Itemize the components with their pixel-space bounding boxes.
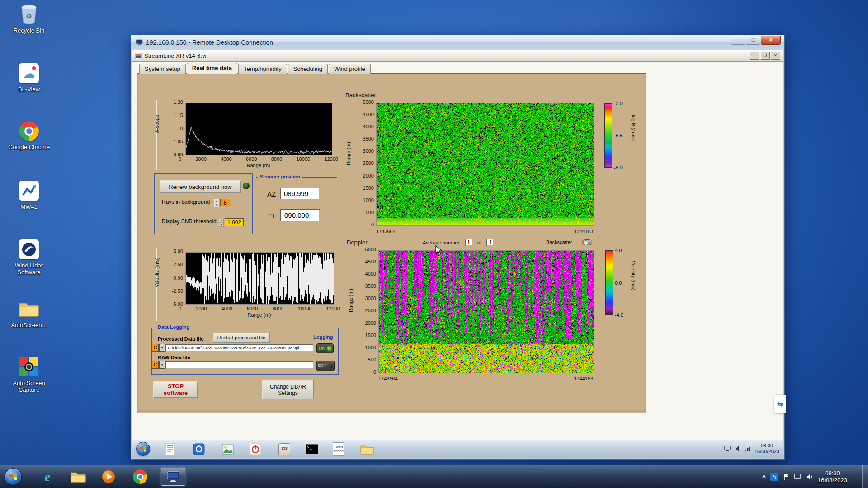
remote-tray-volume-icon[interactable] [735, 446, 741, 452]
remote-tray-display-icon[interactable] [724, 446, 731, 452]
processed-path-field[interactable]: C:\Lidar\Data\Proc\2023\202308\20230816\… [165, 344, 314, 352]
rdp-window: 192.168.0.150 - Remote Desktop Connectio… [131, 35, 785, 460]
taskbar-explorer-icon[interactable] [69, 468, 88, 486]
a-scope-plot [185, 103, 332, 155]
rdp-computer-icon [136, 39, 143, 46]
show-desktop-button[interactable] [862, 465, 868, 488]
processed-data-file-label: Processed Data file [158, 336, 204, 342]
rdp-close-button[interactable]: ✕ [761, 36, 781, 45]
restart-processed-file-button[interactable]: Restart processed file [213, 333, 270, 343]
taskbar-rdp-button[interactable] [161, 468, 185, 486]
rdp-maximize-button[interactable]: □ [746, 36, 760, 45]
processed-browse-button[interactable]: ▾ [159, 344, 165, 352]
tray-expand-arrow[interactable]: ^ [762, 474, 766, 480]
desktop-icon-label: Auto Screen Capture [4, 380, 54, 393]
snr-spinner[interactable]: ▲▼ [219, 219, 224, 227]
remote-tray-network-icon[interactable] [745, 446, 751, 452]
backscatter-colorbar [604, 103, 612, 168]
rays-value[interactable]: 8 [220, 199, 230, 206]
renew-background-button[interactable]: Renew background now [160, 180, 241, 193]
labview-minimize-button[interactable]: ─ [750, 52, 760, 60]
desktop-icon-wind-lidar[interactable]: Wind Lidar Software [4, 239, 54, 276]
rdp-titlebar[interactable]: 192.168.0.150 - Remote Desktop Connectio… [131, 35, 784, 50]
background-status-led [243, 183, 250, 189]
wind-lidar-icon [17, 239, 41, 260]
tray-flag-icon[interactable] [783, 473, 789, 480]
a-scope-y-axis-label: A-scope [154, 115, 160, 133]
tab-system-setup[interactable]: System setup [139, 64, 186, 74]
remote-taskbar-image-viewer-icon[interactable] [220, 441, 236, 456]
remote-taskbar-power-icon[interactable] [248, 441, 263, 456]
processed-drive-box[interactable]: C [152, 344, 159, 352]
logging-label: Logging [313, 334, 333, 340]
backscatter-heatmap [376, 103, 594, 226]
remote-taskbar-console-icon[interactable]: >_ [304, 441, 320, 456]
taskbar-clock[interactable]: 08:30 16/08/2023 [818, 470, 847, 483]
desktop-icon-auto-screen-capture[interactable]: Auto Screen Capture [4, 356, 54, 393]
a-scope-x-axis-label: Range (m) [185, 163, 331, 168]
remote-system-tray: 08:30 16/08/2023 [724, 440, 779, 458]
az-label: AZ [267, 190, 276, 198]
average-number-input[interactable]: 1 [465, 239, 472, 246]
taskbar-chrome-icon[interactable] [131, 468, 150, 486]
chrome-icon [17, 120, 41, 142]
desktop-icon-autoscreen-folder[interactable]: AutoScreen... [4, 298, 54, 328]
remote-clock[interactable]: 08:30 16/08/2023 [755, 443, 779, 455]
desktop-icon-google-chrome[interactable]: Google Chrome [4, 120, 54, 150]
desktop-icon-bl-view[interactable]: ☁ BL-View [4, 62, 54, 93]
doppler-heatmap [378, 250, 594, 373]
average-total-input[interactable]: 1 [486, 239, 494, 246]
real-time-data-page: A-scope 1.201.151.101.050.99 02000400060… [137, 73, 646, 413]
desktop-icon-label: Recycle Bin [14, 27, 45, 34]
tray-network-icon[interactable] [794, 474, 802, 480]
doppler-colorbar-label: Velocity (m/s) [631, 261, 636, 291]
remote-taskbar-folder-icon[interactable] [359, 441, 375, 456]
snr-value[interactable]: 1.002 [225, 218, 244, 226]
remote-taskbar-wordpad-icon[interactable] [162, 441, 178, 456]
tab-real-time-data[interactable]: Real time data [187, 63, 237, 74]
mouse-cursor [435, 245, 443, 255]
velocity-y-ticks: 5.002.500.00-2.50-5.00 [162, 249, 183, 307]
taskbar-ie-icon[interactable]: e [38, 468, 57, 486]
remote-control-side-tab[interactable]: ⇆ [774, 395, 786, 413]
desktop-icon-label: BL-View [18, 86, 40, 93]
remote-taskbar: XR >_ Scansched 0 [132, 439, 783, 458]
start-button[interactable] [5, 468, 22, 485]
tray-volume-icon[interactable] [807, 474, 813, 480]
desktop-icon-label: Google Chrome [8, 144, 50, 150]
rdp-minimize-button[interactable]: ─ [731, 36, 745, 45]
raw-data-file-label: RAW Data file [158, 355, 190, 360]
desktop-icon-recycle-bin[interactable]: ♻ Recycle Bin [4, 4, 54, 34]
raw-path-field[interactable] [165, 361, 314, 369]
az-value-field[interactable]: 089.999 [280, 188, 320, 200]
raw-logging-off-button[interactable]: OFF [316, 361, 335, 371]
backscatter-colorbar-label: log B (/m/sr) [631, 115, 636, 142]
remote-taskbar-scan-scheduler-icon[interactable]: Scansched [331, 441, 346, 456]
labview-titlebar[interactable]: StreamLine XR v14-6.vi ─ ❐ ✕ [132, 50, 783, 62]
stop-software-button[interactable]: STOP software [153, 381, 198, 398]
tray-app-icon[interactable]: ⇆ [770, 473, 778, 481]
tab-temp-humidity[interactable]: Temp/humidity [238, 64, 287, 74]
tab-scheduling[interactable]: Scheduling [288, 64, 328, 74]
change-lidar-settings-button[interactable]: Change LiDAR Settings [262, 380, 314, 399]
el-value-field[interactable]: 090.000 [280, 209, 320, 221]
snr-threshold-label: Display SNR threshold [162, 218, 217, 225]
remote-session: StreamLine XR v14-6.vi ─ ❐ ✕ System setu… [132, 50, 783, 458]
rays-spinner[interactable]: ▲▼ [214, 199, 219, 207]
desktop-icon-mw41[interactable]: MW41 [4, 180, 54, 210]
raw-browse-button[interactable]: ▾ [159, 361, 165, 369]
remote-start-button[interactable] [136, 442, 150, 456]
processed-logging-on-button[interactable]: ON [316, 343, 334, 353]
auto-screen-capture-icon [17, 356, 41, 378]
taskbar-media-player-icon[interactable] [99, 468, 118, 486]
labview-app-icon [135, 53, 142, 59]
mw41-icon [17, 180, 41, 202]
labview-close-button[interactable]: ✕ [771, 52, 780, 60]
backscatter-toggle[interactable] [582, 239, 592, 245]
remote-taskbar-xr-icon[interactable]: XR [277, 441, 292, 456]
tab-wind-profile[interactable]: Wind profile [329, 64, 371, 74]
remote-taskbar-capture-icon[interactable] [191, 441, 207, 456]
double-arrow-icon: ⇆ [777, 400, 783, 408]
raw-drive-box[interactable]: C [152, 361, 159, 369]
labview-restore-button[interactable]: ❐ [760, 52, 770, 60]
